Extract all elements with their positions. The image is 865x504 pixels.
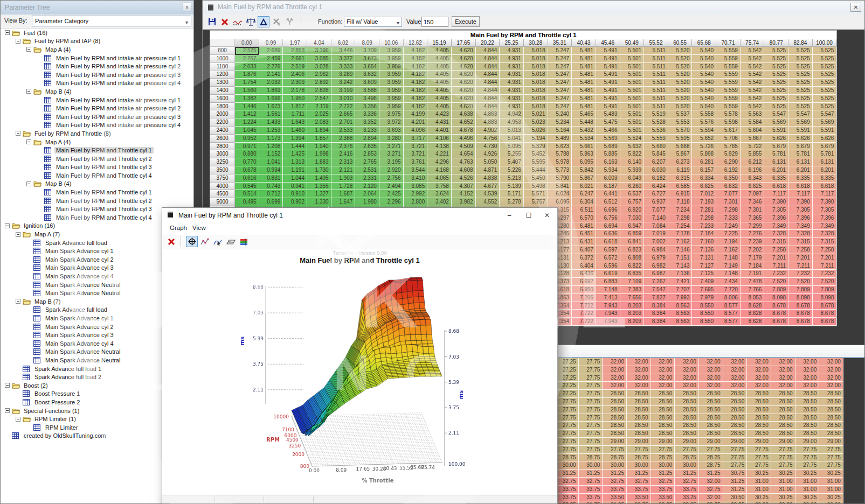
table-cell[interactable]: 1.687: [331, 190, 356, 198]
table-cell[interactable]: 28.50: [699, 414, 723, 422]
table-cell[interactable]: 6.404: [572, 262, 596, 270]
collapse-minus-icon[interactable]: [5, 383, 10, 388]
tree-table-item[interactable]: Main Fuel by RPM and intake air pressure…: [1, 79, 193, 88]
table-cell[interactable]: 3.959: [379, 87, 404, 95]
table-cell[interactable]: 7.127: [692, 262, 716, 270]
table-cell[interactable]: 7.421: [668, 278, 693, 286]
table-cell[interactable]: 7.409: [692, 278, 716, 286]
table-cell[interactable]: 7.178: [668, 230, 693, 238]
table-cell[interactable]: 5.095: [500, 143, 524, 151]
table-cell[interactable]: 1.224: [235, 118, 259, 127]
table-cell[interactable]: 29.00: [651, 438, 675, 446]
table-cell[interactable]: 4.182: [404, 103, 428, 111]
tree-table-item[interactable]: Main Fuel by RPM and intake air pressure…: [1, 54, 193, 62]
table-cell[interactable]: 5.013: [500, 127, 524, 135]
table-cell[interactable]: 7.258: [764, 246, 788, 254]
table-cell[interactable]: 4.953: [500, 118, 524, 127]
table-cell[interactable]: 3.654: [355, 63, 379, 71]
table-cell[interactable]: 4.883: [476, 118, 500, 127]
table-cell[interactable]: 28.50: [771, 398, 795, 406]
table-cell[interactable]: 2.296: [379, 198, 404, 206]
table-cell[interactable]: 30.25: [747, 494, 771, 502]
table-cell[interactable]: 32.00: [603, 366, 627, 374]
table-cell[interactable]: 7.396: [788, 214, 813, 222]
table-cell[interactable]: 2.722: [331, 103, 356, 111]
table-cell[interactable]: 2.331: [355, 174, 379, 183]
table-cell[interactable]: 3.233: [355, 127, 379, 135]
table-cell[interactable]: 7.030: [620, 214, 645, 222]
table-cell[interactable]: 28.50: [675, 390, 699, 398]
table-cell[interactable]: 1.817: [283, 103, 307, 111]
table-cell[interactable]: 32.00: [771, 366, 795, 374]
table-cell[interactable]: 6.334: [692, 174, 716, 183]
table-cell[interactable]: 3.632: [355, 71, 379, 79]
table-cell[interactable]: 28.50: [795, 422, 820, 430]
table-cell[interactable]: 3.959: [379, 55, 404, 63]
table-cell[interactable]: 1.253: [259, 127, 283, 135]
table-cell[interactable]: 29.00: [723, 438, 748, 446]
table-cell[interactable]: 7.201: [813, 254, 837, 262]
table-cell[interactable]: 4.931: [500, 47, 524, 55]
close-icon[interactable]: x: [183, 3, 191, 11]
table-cell[interactable]: 28.50: [675, 398, 699, 406]
table-cell[interactable]: 5.652: [692, 135, 716, 143]
table-cell[interactable]: 28.50: [675, 406, 699, 414]
table-cell[interactable]: 5.525: [764, 71, 788, 79]
table-cell[interactable]: 7.979: [692, 294, 716, 302]
table-cell[interactable]: 5.171: [500, 190, 524, 198]
table-cell[interactable]: 32.00: [819, 366, 843, 374]
table-cell[interactable]: 3.544: [404, 166, 428, 174]
table-cell[interactable]: 4.221: [427, 150, 452, 158]
table-cell[interactable]: 5.559: [716, 63, 741, 71]
table-cell[interactable]: 2.033: [235, 63, 259, 71]
rpm-row-header[interactable]: 1400: [210, 87, 235, 95]
table-cell[interactable]: 27.75: [795, 454, 820, 462]
table-cell[interactable]: 6.003: [596, 174, 620, 183]
table-cell[interactable]: 4.844: [476, 63, 500, 71]
table-cell[interactable]: 5.481: [572, 71, 596, 79]
branch-y-icon[interactable]: [283, 16, 295, 27]
table-cell[interactable]: 2.276: [259, 63, 283, 71]
table-cell[interactable]: 32.00: [747, 374, 771, 382]
table-cell[interactable]: 33.75: [651, 486, 675, 494]
table-cell[interactable]: 5.929: [716, 150, 741, 158]
table-cell[interactable]: 2.853: [283, 47, 307, 55]
table-cell[interactable]: 5.525: [813, 71, 837, 79]
table-cell[interactable]: 1.711: [283, 110, 307, 118]
table-cell[interactable]: 4.405: [427, 71, 452, 79]
table-cell[interactable]: 5.018: [524, 87, 548, 95]
table-cell[interactable]: 27.75: [579, 446, 603, 454]
table-cell[interactable]: 31.25: [579, 470, 603, 478]
table-cell[interactable]: 8.550: [692, 310, 716, 318]
table-cell[interactable]: 30.00: [603, 461, 627, 470]
column-header[interactable]: 12.62: [404, 39, 428, 47]
table-cell[interactable]: 5.511: [644, 103, 668, 111]
table-cell[interactable]: 3.085: [404, 183, 428, 191]
table-cell[interactable]: 1.876: [235, 71, 259, 79]
table-cell[interactable]: 28.50: [699, 406, 723, 414]
table-cell[interactable]: 7.184: [692, 230, 716, 238]
table-cell[interactable]: 6.095: [572, 158, 596, 166]
table-cell[interactable]: 5.790: [548, 174, 572, 183]
table-cell[interactable]: 6.757: [620, 198, 645, 206]
table-cell[interactable]: 32.00: [651, 374, 675, 382]
table-cell[interactable]: 32.00: [603, 374, 627, 382]
tree-table-item[interactable]: Main Fuel by RPM and intake air pressure…: [1, 71, 193, 79]
table-cell[interactable]: 31.25: [603, 501, 627, 503]
table-cell[interactable]: 28.50: [651, 422, 675, 430]
color-bands-icon[interactable]: [238, 236, 250, 247]
table-cell[interactable]: 1.382: [235, 95, 259, 103]
table-cell[interactable]: 32.00: [651, 358, 675, 366]
table-cell[interactable]: 5.520: [668, 47, 693, 55]
table-cell[interactable]: 4.138: [427, 143, 452, 151]
table-cell[interactable]: 6.982: [644, 262, 668, 270]
table-cell[interactable]: 5.842: [572, 166, 596, 174]
table-cell[interactable]: 5.501: [620, 55, 645, 63]
table-cell[interactable]: 5.525: [764, 47, 788, 55]
table-cell[interactable]: 5.525: [788, 47, 813, 55]
table-cell[interactable]: 28.50: [603, 430, 627, 438]
table-cell[interactable]: 32.00: [795, 382, 820, 390]
table-cell[interactable]: 2.309: [283, 79, 307, 87]
table-cell[interactable]: 5.520: [668, 103, 693, 111]
table-cell[interactable]: 28.50: [627, 414, 651, 422]
